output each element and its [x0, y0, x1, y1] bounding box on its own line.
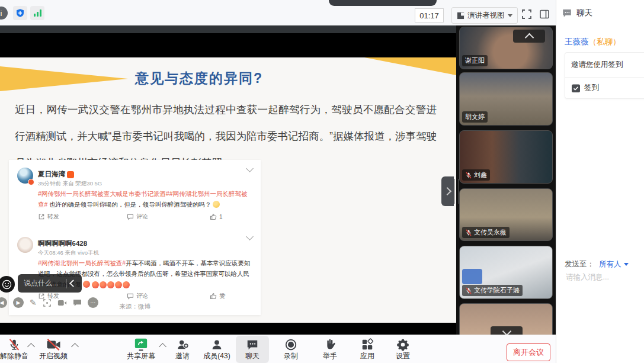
weibo-post: 夏日海湾 35分钟前 来自 荣耀30 5G #网传鄂州一局长醉驾被查大喊是市委书…: [9, 160, 261, 228]
chevron-down-icon: [502, 327, 511, 335]
send-to-selector[interactable]: 所有人: [599, 259, 629, 269]
comment-button[interactable]: 评论: [127, 292, 210, 300]
participant-video[interactable]: 文传吴永薇: [459, 188, 553, 241]
chevron-down-icon: [246, 233, 254, 240]
participant-video[interactable]: 文传学院石子璐: [459, 246, 553, 299]
participant-name: 胡文婷: [462, 111, 488, 123]
person-icon: [210, 338, 224, 351]
mic-options-chevron[interactable]: [27, 343, 35, 351]
participant-video[interactable]: 胡文婷: [459, 72, 553, 126]
thumbs-up-icon: [210, 213, 217, 220]
muted-mic-icon: [465, 287, 472, 294]
message-icon[interactable]: [73, 299, 82, 307]
chat-message-input[interactable]: [565, 272, 641, 282]
shared-screen-area: 意见与态度的异同? 近日，网传一武汉交警在鄂州市异地执法过程中查获一起醉驾行为，…: [0, 25, 456, 335]
chat-button[interactable]: 聊天: [236, 336, 269, 363]
collapse-left-icon[interactable]: [69, 280, 77, 287]
sender-name[interactable]: 王薇薇: [565, 37, 589, 46]
presentation-slide: 意见与态度的异同? 近日，网传一武汉交警在鄂州市异地执法过程中查获一起醉驾行为，…: [0, 57, 456, 323]
forward-button[interactable]: 转发: [38, 213, 127, 221]
back-button[interactable]: ◀: [0, 297, 7, 308]
participant-name: 文传学院石子璐: [462, 285, 523, 296]
slide-left-accent: [0, 66, 128, 91]
chat-bubble-icon: [245, 338, 259, 351]
comment-icon: [127, 213, 134, 220]
strip-drag-handle[interactable]: [454, 179, 459, 204]
info-icon[interactable]: i: [0, 7, 8, 20]
view-mode-label: 演讲者视图: [467, 11, 505, 21]
video-options-chevron[interactable]: [71, 343, 79, 351]
leave-meeting-button[interactable]: 离开会议: [507, 343, 550, 361]
apps-grid-icon: [360, 338, 374, 351]
members-button[interactable]: 成员(43): [199, 336, 235, 363]
chevron-right-icon: [443, 187, 451, 195]
thumbs-up-icon: [210, 293, 217, 300]
meeting-top-bar: i 01:17 演讲者视图: [0, 0, 556, 26]
forward-icon: [38, 213, 45, 220]
fullscreen-icon[interactable]: [520, 8, 533, 21]
danmaku-input-bar[interactable]: 说点什么...: [18, 274, 82, 293]
screenshot-frame-icon[interactable]: [43, 298, 52, 307]
strip-collapse-handle[interactable]: [441, 176, 454, 206]
comment-button[interactable]: 评论: [127, 213, 210, 221]
bottom-toolbar: 解除静音 开启视频 共享屏幕 邀请 成员(43) 聊天 录制 举手 应用 设置 …: [0, 335, 556, 363]
danmaku-placeholder[interactable]: 说点什么...: [18, 278, 63, 288]
send-to-row: 发送至： 所有人: [565, 259, 629, 269]
send-to-label: 发送至：: [565, 259, 594, 269]
muted-mic-icon: [7, 338, 21, 351]
layout-icon: [457, 12, 464, 20]
annotation-toolbar: ◀ ▶ ✎ ⋯: [0, 297, 98, 308]
chat-title: 聊天: [576, 8, 592, 18]
post-meta: 今天08:46 来自 vivo手机: [38, 249, 99, 257]
post-meta: 35分钟前 来自 荣耀30 5G: [38, 180, 102, 188]
divider: [66, 279, 67, 288]
private-chat-tag: （私聊）: [589, 37, 621, 46]
angry-emoji: [83, 281, 90, 288]
view-mode-button[interactable]: 演讲者视图: [451, 7, 518, 24]
share-screen-button[interactable]: 共享屏幕: [124, 336, 158, 363]
camera-icon[interactable]: [57, 299, 67, 307]
like-button[interactable]: 1: [210, 213, 223, 221]
chevron-down-icon: [624, 263, 629, 266]
muted-mic-icon: [465, 229, 472, 236]
post-username: 啊啊啊啊啊6428: [38, 239, 87, 248]
invite-button[interactable]: 邀请: [168, 336, 197, 363]
comment-icon: [127, 293, 134, 300]
checkin-button[interactable]: 签到: [565, 78, 644, 98]
expand-strip-button[interactable]: [491, 326, 523, 335]
record-button[interactable]: 录制: [276, 336, 306, 363]
raise-hand-button[interactable]: 举手: [315, 336, 345, 363]
record-icon: [284, 338, 298, 351]
slide-right-accent: [364, 57, 456, 75]
chat-header: 聊天: [556, 0, 644, 25]
smiley-emoji: [213, 201, 220, 208]
chevron-down-icon: [508, 14, 512, 17]
participant-video[interactable]: [459, 303, 553, 335]
apps-button[interactable]: 应用: [353, 336, 382, 363]
participant-video[interactable]: 谢正阳: [459, 27, 553, 69]
vip-badge-icon: [67, 171, 74, 178]
like-button[interactable]: 赞: [210, 292, 225, 300]
avatar: [17, 237, 33, 253]
post-username: 夏日海湾: [38, 170, 74, 179]
post-actions: 转发 评论 1: [38, 213, 239, 221]
raised-hand-icon: [323, 338, 337, 351]
verified-badge-icon: [28, 179, 34, 185]
share-options-chevron[interactable]: [159, 343, 166, 351]
post-content: #网传鄂州一局长醉驾被查大喊是市委书记派酒##网传湖北鄂州一局长醉驾被查# 也许…: [38, 188, 254, 210]
collapsed-floating-bar[interactable]: [329, 0, 437, 6]
network-signal-icon[interactable]: [30, 6, 44, 20]
settings-button[interactable]: 设置: [389, 336, 417, 363]
more-button[interactable]: ⋯: [88, 297, 98, 308]
participant-name: 文传吴永薇: [462, 227, 510, 238]
security-shield-icon[interactable]: [13, 6, 27, 20]
participant-video[interactable]: 刘鑫: [459, 130, 553, 184]
pencil-icon[interactable]: ✎: [30, 298, 37, 307]
unmute-button[interactable]: 解除静音: [0, 336, 28, 363]
collapse-strip-button[interactable]: [513, 30, 545, 43]
side-panel-icon[interactable]: [538, 8, 551, 21]
hashtag-link: #网传湖北鄂州一局长醉驾被查#: [38, 259, 126, 266]
shared-window-titlebar: [0, 25, 456, 33]
start-video-button[interactable]: 开启视频: [37, 336, 70, 363]
play-button[interactable]: ▶: [13, 297, 24, 308]
